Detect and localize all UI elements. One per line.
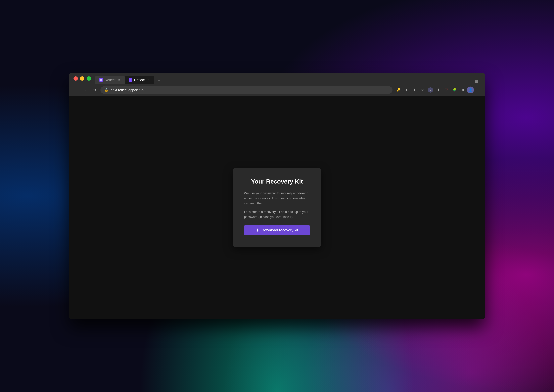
address-field[interactable]: 🔒 next.reflect.app/setup — [100, 86, 393, 94]
forward-icon: → — [83, 88, 87, 92]
download-btn-icon: ⬇ — [256, 228, 259, 232]
shield-icon-btn[interactable]: 🛡 — [443, 86, 450, 94]
forward-button[interactable]: → — [82, 86, 89, 94]
window-menu-button[interactable] — [472, 78, 480, 84]
address-domain: next.reflect.app — [111, 88, 134, 92]
refresh-icon: ↻ — [93, 88, 96, 92]
address-path: /setup — [134, 88, 143, 92]
back-button[interactable]: ← — [72, 86, 79, 94]
share-icon-btn[interactable]: ⬆ — [411, 86, 418, 94]
card-title: Your Recovery Kit — [244, 178, 310, 185]
puzzle-icon-btn[interactable]: 🧩 — [451, 86, 458, 94]
tab-favicon-2: R — [129, 78, 132, 82]
download-recovery-button[interactable]: ⬇ Download recovery kit — [244, 225, 310, 235]
menu-icon-btn[interactable]: ⋮ — [475, 86, 482, 94]
title-bar: R Reflect × R Reflect × + — [69, 73, 485, 84]
recovery-card: Your Recovery Kit We use your password t… — [232, 168, 322, 247]
tab-close-1[interactable]: × — [118, 78, 121, 82]
card-paragraph-2: Let's create a recovery-kit as a backup … — [244, 209, 310, 219]
new-tab-button[interactable]: + — [155, 77, 162, 84]
extensions-icon-btn[interactable]: M — [427, 86, 434, 94]
key-icon-btn[interactable]: 🔑 — [395, 86, 402, 94]
profile-button[interactable]: 👤 — [467, 87, 474, 93]
download-btn-label: Download recovery kit — [261, 228, 298, 232]
browser-content: Your Recovery Kit We use your password t… — [69, 96, 485, 319]
traffic-lights — [74, 76, 91, 81]
browser-window: R Reflect × R Reflect × + — [69, 73, 485, 319]
info-icon-btn[interactable]: ℹ — [435, 86, 442, 94]
tabs-container: R Reflect × R Reflect × + — [95, 73, 480, 84]
tab-reflect-2[interactable]: R Reflect × — [125, 76, 154, 84]
address-bar-row: ← → ↻ 🔒 next.reflect.app/setup 🔑 ⬇ ⬆ ☆ — [69, 84, 485, 96]
download-icon-btn[interactable]: ⬇ — [403, 86, 410, 94]
back-icon: ← — [74, 88, 77, 92]
minimize-button[interactable] — [80, 76, 84, 81]
tab-reflect-1[interactable]: R Reflect × — [95, 76, 125, 84]
tab-label-2: Reflect — [134, 78, 145, 82]
desktop: R Reflect × R Reflect × + — [0, 0, 554, 392]
maximize-button[interactable] — [87, 76, 91, 81]
tab-label-1: Reflect — [105, 78, 115, 82]
layout-icon-btn[interactable]: ⊞ — [459, 86, 466, 94]
toolbar-actions: 🔑 ⬇ ⬆ ☆ M ℹ 🛡 🧩 ⊞ 👤 ⋮ — [395, 86, 482, 94]
tab-close-2[interactable]: × — [147, 78, 150, 82]
close-button[interactable] — [74, 76, 78, 81]
card-body: We use your password to securely end-to-… — [244, 191, 310, 219]
card-paragraph-1: We use your password to securely end-to-… — [244, 191, 310, 206]
lock-icon: 🔒 — [105, 88, 108, 92]
address-text: next.reflect.app/setup — [111, 88, 144, 92]
tab-favicon-1: R — [99, 78, 103, 82]
bookmark-icon-btn[interactable]: ☆ — [419, 86, 426, 94]
refresh-button[interactable]: ↻ — [91, 86, 98, 94]
